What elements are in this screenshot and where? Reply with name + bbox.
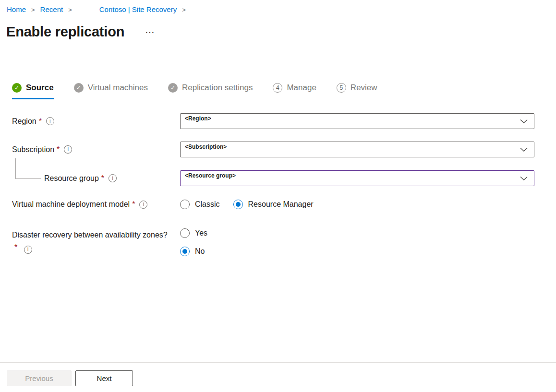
breadcrumb-separator: > <box>31 6 35 13</box>
region-dropdown[interactable]: <Region> <box>180 113 534 129</box>
breadcrumb-home[interactable]: Home <box>7 5 26 13</box>
step-number-icon: 4 <box>273 83 282 93</box>
info-icon[interactable]: i <box>24 246 32 254</box>
check-icon: ✓ <box>74 83 84 93</box>
subscription-label-group: Subscription * i <box>0 145 180 154</box>
subscription-label: Subscription <box>12 145 54 154</box>
tab-review[interactable]: 5 Review <box>337 83 377 99</box>
check-icon: ✓ <box>168 83 178 93</box>
deployment-model-label: Virtual machine deployment model <box>12 200 130 209</box>
more-actions-icon[interactable]: ··· <box>145 28 155 36</box>
required-marker: * <box>132 200 135 209</box>
tab-virtual-machines[interactable]: ✓ Virtual machines <box>74 83 148 99</box>
breadcrumb-recent[interactable]: Recent <box>40 5 63 13</box>
chevron-down-icon <box>520 176 528 180</box>
radio-resource-manager-label: Resource Manager <box>248 200 314 209</box>
tab-review-label: Review <box>351 83 377 93</box>
info-icon[interactable]: i <box>46 117 54 125</box>
radio-classic-label: Classic <box>195 200 220 209</box>
dr-zones-label: Disaster recovery between availability z… <box>12 231 168 239</box>
breadcrumb-separator: > <box>68 6 72 13</box>
resource-group-row: Resource group * i <Resource group> <box>0 170 556 186</box>
next-button[interactable]: Next <box>75 370 133 386</box>
subscription-row: Subscription * i <Subscription> <box>0 142 556 157</box>
tab-virtual-machines-label: Virtual machines <box>88 83 148 93</box>
radio-resource-manager[interactable]: Resource Manager <box>233 200 314 209</box>
required-marker: * <box>101 174 104 183</box>
breadcrumb-site-recovery[interactable]: Contoso | Site Recovery <box>99 5 177 13</box>
resource-group-dropdown[interactable]: <Resource group> <box>180 170 534 186</box>
resource-group-label: Resource group <box>44 174 99 183</box>
breadcrumb: Home > Recent > Contoso | Site Recovery … <box>7 5 191 13</box>
tab-replication-settings-label: Replication settings <box>182 83 253 93</box>
info-icon[interactable]: i <box>64 145 72 154</box>
chevron-down-icon <box>520 147 528 152</box>
tab-source-label: Source <box>26 83 54 93</box>
dr-zones-row: Disaster recovery between availability z… <box>0 228 556 256</box>
region-dropdown-value: <Region> <box>185 115 211 122</box>
step-number-icon: 5 <box>337 83 346 93</box>
tab-manage-label: Manage <box>287 83 316 93</box>
footer-divider <box>0 362 556 363</box>
deployment-model-label-group: Virtual machine deployment model * i <box>0 200 180 209</box>
radio-no-label: No <box>195 247 205 256</box>
chevron-down-icon <box>520 119 528 123</box>
required-marker: * <box>14 243 17 251</box>
radio-classic[interactable]: Classic <box>180 200 220 209</box>
radio-icon <box>233 200 243 209</box>
info-icon[interactable]: i <box>139 201 147 209</box>
required-marker: * <box>39 117 42 126</box>
radio-icon <box>180 200 190 209</box>
tab-replication-settings[interactable]: ✓ Replication settings <box>168 83 253 99</box>
required-marker: * <box>57 145 60 154</box>
check-icon: ✓ <box>12 83 22 93</box>
radio-yes-label: Yes <box>195 229 207 238</box>
info-icon[interactable]: i <box>109 174 117 182</box>
radio-no[interactable]: No <box>180 247 207 256</box>
dr-zones-label-group: Disaster recovery between availability z… <box>0 228 180 254</box>
region-row: Region * i <Region> <box>0 113 556 129</box>
radio-icon <box>180 247 190 256</box>
deployment-model-row: Virtual machine deployment model * i Cla… <box>0 196 556 213</box>
subscription-dropdown[interactable]: <Subscription> <box>180 142 534 157</box>
page-title: Enable replication <box>6 24 124 40</box>
resource-group-dropdown-value: <Resource group> <box>185 172 236 179</box>
enable-replication-page: Home > Recent > Contoso | Site Recovery … <box>0 0 556 392</box>
breadcrumb-separator: > <box>182 6 186 13</box>
subscription-dropdown-value: <Subscription> <box>185 143 227 150</box>
dr-zones-radio-group: Yes No <box>180 228 207 256</box>
deployment-model-radio-group: Classic Resource Manager <box>180 200 314 209</box>
tab-manage[interactable]: 4 Manage <box>273 83 316 99</box>
resource-group-label-group: Resource group * i <box>0 174 180 183</box>
region-label: Region <box>12 117 36 126</box>
title-row: Enable replication ··· <box>6 24 155 40</box>
wizard-steps: ✓ Source ✓ Virtual machines ✓ Replicatio… <box>12 83 377 99</box>
region-label-group: Region * i <box>0 117 180 126</box>
radio-yes[interactable]: Yes <box>180 228 207 238</box>
radio-icon <box>180 228 190 238</box>
previous-button[interactable]: Previous <box>7 370 72 386</box>
tab-source[interactable]: ✓ Source <box>12 83 54 99</box>
